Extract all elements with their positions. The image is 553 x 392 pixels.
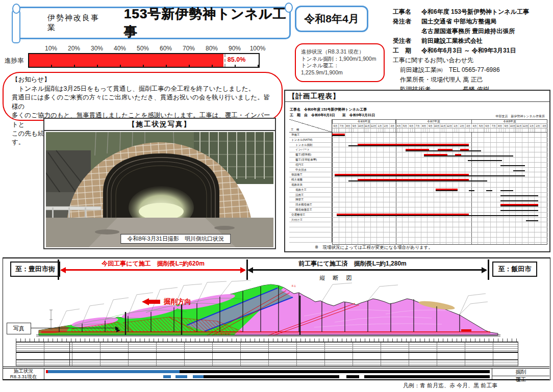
- status-bar-segment: [163, 375, 171, 378]
- gantt-row: 構造物撤去工: [289, 207, 547, 213]
- status-box-line: 1,225.9m/1,900m: [301, 69, 379, 76]
- previous-work-label: 前工事にて施工済 掘削長L=約1,280m: [256, 259, 449, 268]
- status-bar-row: [44, 374, 492, 380]
- gantt-row-chart: [332, 163, 547, 168]
- excavation-direction-arrowhead: [142, 298, 149, 305]
- gantt-bar: [500, 195, 538, 196]
- gantt-bar: [358, 144, 469, 145]
- gantt-row-chart: [332, 213, 547, 218]
- gantt-bar: [337, 215, 538, 216]
- project-info-row: 名古屋国道事務所 豊田維持出張所: [393, 27, 552, 36]
- gantt-day-ticks: [332, 128, 547, 133]
- gantt-month-label: 6月: [484, 124, 490, 128]
- project-info-row: 工 期令和6年6月3日 ～ 令和9年3月31日: [393, 46, 552, 56]
- project-info-label: 工 期: [393, 46, 421, 56]
- section-divider-left: [58, 259, 59, 280]
- excavation-direction: 掘削方向: [142, 297, 191, 306]
- notice-box: 【お知らせ】 トンネル掘削は3月25日をもって貫通し、掘削工事の全工程を終了いた…: [3, 72, 283, 121]
- status-bar-row: [44, 369, 492, 374]
- gantt-month-label: 5月: [477, 124, 484, 128]
- gantt-row-label: 擁壁工: [289, 197, 332, 202]
- project-info: 工事名令和6年度 153号新伊勢神トンネル工事発注者国土交通省 中部地方整備局名…: [393, 7, 552, 94]
- gantt-row-label: 構造物撤去工: [289, 207, 332, 213]
- gantt-month-label: 1月: [453, 124, 459, 128]
- gantt-row-chart: [332, 193, 547, 198]
- survey-table-divider2: [16, 359, 518, 360]
- gantt-row: 覆工(標準部): [289, 152, 547, 158]
- banner-curl-left: [12, 4, 20, 14]
- gantt-bar: [335, 175, 525, 176]
- gantt-month-label: 11月: [516, 124, 522, 128]
- gantt-bar: [348, 180, 487, 181]
- gantt-row: [289, 222, 547, 227]
- gantt-bar: [424, 155, 513, 156]
- status-bar-segment: [204, 375, 339, 378]
- gantt-row: 道路改良: [289, 182, 547, 188]
- gantt-row: 準備工: [289, 133, 547, 138]
- geological-profile: F-1 F-1(推定断層): [29, 280, 508, 337]
- gantt-month-label: 11月: [440, 124, 446, 128]
- project-info-row: 発注者国土交通省 中部地方整備局: [393, 17, 552, 27]
- project-info-value: 令和6年6月3日 ～ 令和9年3月31日: [421, 46, 516, 56]
- banner-scroll-edge: [12, 10, 20, 43]
- gantt-month-label: 12月: [522, 124, 528, 128]
- report-month-badge: 令和8年4月: [295, 6, 368, 32]
- progress-bar: 85.0%: [28, 53, 260, 68]
- contact-line: 作業所長・現場代理人 萬 正己: [393, 75, 552, 85]
- gantt-months: 令和6年度令和7年度令和8年度6月7月8月9月10月11月12月1月2月3月4月…: [332, 119, 547, 133]
- photo-box: 【施工状況写真】: [43, 118, 276, 249]
- excavation-direction-label: 掘削方向: [164, 297, 191, 306]
- construction-status-bars: 施工状況 R8.3.31現在 掘削覆工: [3, 367, 549, 380]
- gantt-row: 排水構造物工: [289, 202, 547, 207]
- progress-status-box: 進捗状況（R8.3.31 現在）トンネル掘削：1,900m/1,900mトンネル…: [295, 43, 385, 82]
- gantt-row: [289, 238, 547, 243]
- gantt-bar: [406, 149, 429, 150]
- gantt-row-chart: [332, 188, 547, 193]
- gantt-row-chart: [332, 138, 547, 143]
- gantt-row-label: 片付け工: [289, 218, 332, 223]
- gantt-bar: [337, 214, 469, 215]
- gantt-month-label: 8月: [345, 124, 351, 128]
- status-bar-segment: [180, 370, 490, 373]
- gantt-row-label: 交通整理工: [289, 213, 332, 218]
- gantt-row: [289, 232, 547, 238]
- gantt-month-label: 3月: [541, 124, 547, 128]
- construction-photo: 令和8年3月31日撮影 明川側坑口状況: [46, 132, 273, 247]
- project-label: 伊勢神改良事業: [47, 13, 105, 33]
- gantt-month-label: 1月: [529, 124, 535, 128]
- progress-tick-labels: 10%20%30%40%50%60%70%80%90%100%: [28, 45, 258, 52]
- gantt-corner-cell: 工 種: [289, 119, 332, 133]
- survey-table-header-col: [16, 343, 70, 365]
- status-row-labels: 掘削覆工: [492, 369, 549, 379]
- progress-tick-label: 40%: [114, 45, 126, 52]
- gantt-bar: [500, 205, 538, 206]
- gantt-row-label: [289, 227, 332, 232]
- gantt-row-label: [289, 232, 332, 238]
- gantt-row-label: 法面工: [289, 193, 332, 198]
- gantt-bar: [438, 149, 453, 150]
- tunnel-portal-photo-illustration: [46, 132, 273, 247]
- notice-line: トンネル掘削は3月25日をもって貫通し、掘削工事の全工程を終了いたしました。: [12, 85, 273, 94]
- project-info-value: 令和6年度 153号新伊勢神トンネル工事: [421, 7, 529, 17]
- gantt-month-label: 6月: [408, 124, 414, 128]
- status-row-label: 掘削: [492, 369, 549, 376]
- gantt-row-label: 坑門工: [289, 163, 332, 168]
- gantt-row: インバート: [289, 147, 547, 152]
- gantt-row-label: [289, 238, 332, 243]
- gantt-row: 坑門工: [289, 163, 547, 168]
- gantt-bar: [335, 174, 469, 175]
- gantt-row-label: 道路土工: [289, 188, 332, 193]
- gantt-row-label: 残土運搬: [289, 177, 332, 182]
- gantt-row-label: 中央排水: [289, 168, 332, 173]
- gantt-month-label: 12月: [446, 124, 452, 128]
- status-bar-segment: [193, 375, 204, 378]
- gantt-row-chart: [332, 133, 547, 138]
- progress-tick-label: 100%: [250, 45, 266, 52]
- project-info-label: 発注者: [393, 17, 421, 27]
- notice-title: 【お知らせ】: [12, 75, 273, 85]
- gantt-month-label: 7月: [414, 124, 420, 128]
- gantt-row: 擁壁工: [289, 197, 547, 202]
- gantt-row-chart: [332, 152, 547, 158]
- gantt-month-label: 9月: [427, 124, 433, 128]
- gantt-row-label: 覆工(標準部): [289, 152, 332, 158]
